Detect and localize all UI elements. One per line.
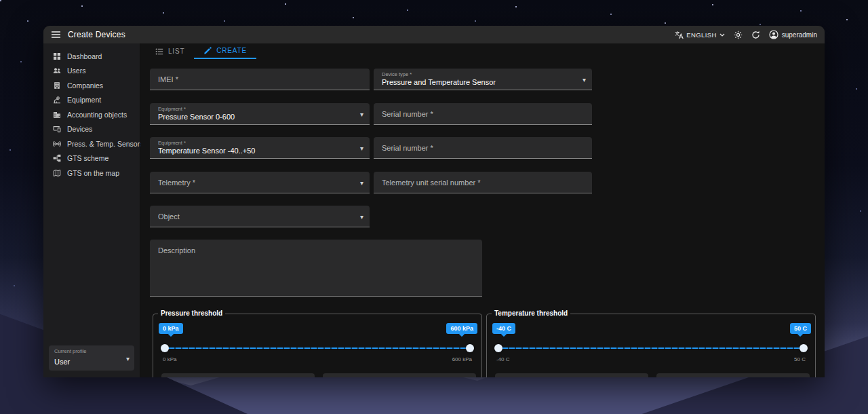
equipment-temperature-select[interactable]: Equipment * Temperature Sensor -40..+50 … — [150, 137, 370, 159]
telemetry-placeholder: Telemetry * — [158, 178, 195, 187]
imei-input[interactable] — [150, 69, 370, 90]
temperature-threshold-input-stub[interactable] — [495, 373, 648, 377]
dropdown-caret-icon: ▾ — [360, 178, 363, 186]
pressure-threshold-input-stub[interactable] — [161, 373, 315, 377]
temperature-min-badge: -40 C — [492, 323, 515, 334]
menu-icon[interactable] — [51, 31, 61, 39]
equipment-pressure-value: Pressure Sensor 0-600 — [158, 112, 352, 121]
temperature-scale-max: 50 C — [794, 356, 806, 362]
sidebar-item-label: Companies — [67, 81, 103, 90]
temperature-threshold-legend: Temperature threshold — [492, 309, 570, 317]
pressure-threshold-group: Pressure threshold 0 kPa 600 kPa 0 kPa 6… — [153, 314, 482, 377]
dropdown-caret-icon: ▾ — [360, 110, 363, 117]
serial-number-temperature-input[interactable] — [374, 137, 592, 158]
current-profile-select[interactable]: Current profile User ▾ — [49, 345, 134, 371]
app-window: Create Devices ENGLISH superadmin — [43, 26, 825, 377]
account-icon — [769, 30, 778, 39]
equipment-pressure-select[interactable]: Equipment * Pressure Sensor 0-600 ▾ — [150, 103, 370, 125]
telemetry-serial-field[interactable] — [374, 172, 592, 193]
sidebar-item-label: Press. & Temp. Sensors — [67, 140, 143, 148]
dropdown-caret-icon: ▾ — [360, 212, 363, 220]
equipment-temperature-value: Temperature Sensor -40..+50 — [158, 146, 352, 155]
sidebar-item-press-temp-sensors[interactable]: Press. & Temp. Sensors — [43, 136, 140, 151]
temperature-max-badge: 50 C — [790, 323, 811, 334]
sidebar-item-label: Dashboard — [67, 52, 102, 60]
sidebar-item-label: Equipment — [67, 96, 101, 104]
sidebar-item-devices[interactable]: Devices — [43, 122, 140, 137]
pressure-threshold-input-stub[interactable] — [323, 373, 476, 377]
equipment-icon — [53, 96, 61, 104]
serial-number-pressure-field[interactable] — [374, 103, 592, 125]
temperature-max-thumb[interactable] — [800, 344, 808, 352]
device-type-label: Device type * — [382, 71, 574, 77]
chevron-down-icon: ▾ — [126, 354, 130, 362]
sensors-icon — [53, 140, 61, 148]
temperature-range-slider[interactable] — [498, 344, 804, 352]
tab-list-label: LIST — [168, 48, 184, 55]
pressure-max-badge: 600 kPa — [446, 323, 477, 334]
sidebar-item-companies[interactable]: Companies — [43, 78, 140, 93]
object-select[interactable]: Object ▾ — [150, 206, 370, 227]
appbar-actions: ENGLISH superadmin — [675, 30, 817, 39]
slider-ticks — [502, 347, 800, 350]
sidebar-item-label: GTS scheme — [67, 154, 108, 162]
tab-create-label: CREATE — [216, 47, 247, 54]
appbar: Create Devices ENGLISH superadmin — [43, 26, 825, 43]
pressure-min-badge: 0 kPa — [159, 323, 183, 334]
slider-ticks — [169, 347, 466, 350]
sidebar-item-dashboard[interactable]: Dashboard — [43, 49, 140, 64]
language-selector[interactable]: ENGLISH — [675, 31, 725, 39]
tab-list[interactable]: LIST — [146, 43, 194, 59]
temperature-threshold-group: Temperature threshold -40 C 50 C -40 C 5… — [486, 314, 816, 377]
pressure-max-thumb[interactable] — [466, 344, 474, 352]
imei-field[interactable] — [150, 69, 370, 90]
users-icon — [53, 67, 61, 75]
sidebar-item-label: Devices — [67, 125, 92, 133]
pressure-scale-min: 0 kPa — [163, 356, 176, 362]
dashboard-icon — [53, 52, 61, 60]
dropdown-caret-icon: ▾ — [583, 75, 586, 83]
sidebar-item-label: Accounting objects — [67, 111, 127, 119]
devices-icon — [53, 125, 61, 133]
sidebar-item-accounting-objects[interactable]: Accounting objects — [43, 107, 140, 122]
sidebar: Dashboard Users Companies Equipment Acco… — [43, 43, 140, 377]
user-menu[interactable]: superadmin — [769, 30, 817, 39]
sidebar-item-label: Users — [67, 67, 85, 75]
sidebar-item-gts-on-the-map[interactable]: GTS on the map — [43, 166, 140, 181]
current-profile-value: User — [54, 358, 70, 366]
pressure-scale-max: 600 kPa — [452, 356, 472, 362]
serial-number-pressure-input[interactable] — [374, 103, 592, 124]
sidebar-item-gts-scheme[interactable]: GTS scheme — [43, 151, 140, 166]
pressure-min-thumb[interactable] — [161, 344, 169, 352]
edit-pencil-icon — [203, 47, 212, 55]
tab-bar: LIST CREATE — [140, 43, 825, 59]
temperature-min-thumb[interactable] — [494, 344, 502, 352]
current-profile-label: Current profile — [54, 348, 119, 355]
description-textarea[interactable] — [150, 240, 482, 296]
language-label: ENGLISH — [686, 31, 717, 39]
temperature-threshold-input-stub[interactable] — [656, 373, 810, 377]
list-icon — [155, 48, 163, 56]
settings-gear-icon[interactable] — [734, 31, 743, 39]
sidebar-item-equipment[interactable]: Equipment — [43, 93, 140, 108]
object-placeholder: Object — [158, 212, 180, 221]
temperature-scale-min: -40 C — [496, 356, 510, 362]
companies-icon — [53, 81, 61, 90]
sidebar-item-users[interactable]: Users — [43, 64, 140, 79]
pressure-range-slider[interactable] — [165, 344, 470, 352]
pressure-threshold-legend: Pressure threshold — [158, 309, 225, 317]
sidebar-item-label: GTS on the map — [67, 169, 119, 177]
translate-icon — [675, 31, 684, 39]
accounting-objects-icon — [53, 111, 61, 119]
tab-create[interactable]: CREATE — [194, 43, 256, 59]
gts-map-icon — [53, 169, 61, 177]
main-content: LIST CREATE Device type * Pressure and T… — [140, 43, 825, 377]
telemetry-select[interactable]: Telemetry * ▾ — [150, 172, 370, 193]
stars — [0, 0, 1, 1]
telemetry-serial-input[interactable] — [374, 172, 592, 193]
device-type-select[interactable]: Device type * Pressure and Temperature S… — [374, 69, 592, 90]
description-field[interactable] — [150, 240, 482, 297]
refresh-icon[interactable] — [751, 31, 760, 39]
username-label: superadmin — [782, 31, 817, 39]
serial-number-temperature-field[interactable] — [374, 137, 592, 159]
